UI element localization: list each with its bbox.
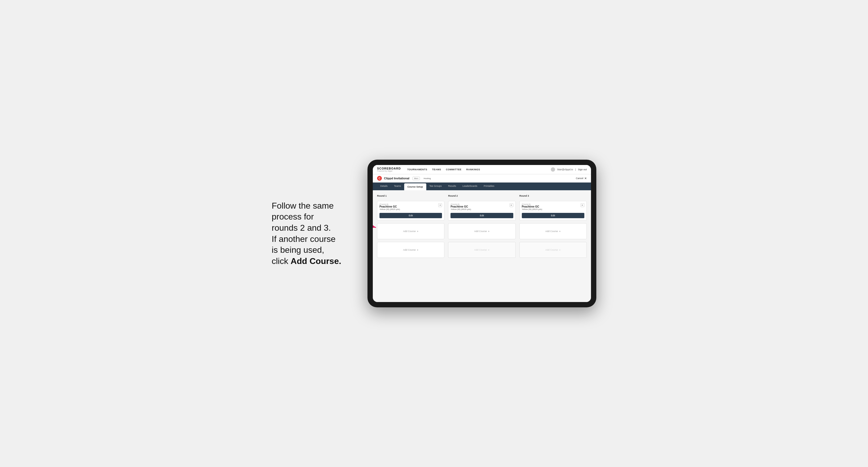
round-3-label: Round 3 <box>519 194 587 197</box>
round-3-course-details: Yellow (M) (6629 yds) <box>522 208 542 211</box>
clippd-logo: C <box>377 176 382 181</box>
round-2-course-label: (Course A) <box>451 203 471 205</box>
instruction-line5: is being used, <box>272 245 324 255</box>
logo-sub-text: Powered by clippd <box>377 170 401 172</box>
nav-separator: | <box>575 168 576 171</box>
round-3-edit-button[interactable]: Edit <box>522 213 584 218</box>
round-1-course-header: (Course A) Peachtree GC Yellow (M) (6629… <box>379 203 442 213</box>
round-3-course-label: (Course A) <box>522 203 542 205</box>
top-nav-left: SCOREBOARD Powered by clippd TOURNAMENTS… <box>377 167 480 172</box>
round-3-column: Round 3 (Course A) Peachtree GC Yellow (… <box>519 194 587 258</box>
add-course-plus-r3-2: + <box>559 248 561 251</box>
tab-results[interactable]: Results <box>445 183 459 190</box>
nav-tournaments[interactable]: TOURNAMENTS <box>407 168 427 171</box>
tab-leaderboards[interactable]: Leaderboards <box>459 183 480 190</box>
top-nav-right: blair@clippd.io | Sign out <box>551 167 587 172</box>
user-avatar <box>551 167 555 172</box>
add-course-label-r1-2: Add Course <box>403 249 416 251</box>
nav-teams[interactable]: TEAMS <box>432 168 441 171</box>
sub-nav: Details Teams Course Setup Tee Groups Re… <box>373 183 591 190</box>
round-2-course-details: Yellow (M) (6629 yds) <box>451 208 471 211</box>
round-2-column: Round 2 (Course A) Peachtree GC Yellow (… <box>448 194 516 258</box>
round-2-add-course-2: Add Course + <box>448 242 516 258</box>
main-content: Round 1 (Course A) Peachtree GC Yellow (… <box>373 190 591 302</box>
add-course-plus-r2-2: + <box>488 248 490 251</box>
round-2-course-name: Peachtree GC <box>451 205 471 208</box>
round-2-edit-button[interactable]: Edit <box>451 213 513 218</box>
tournament-name: Clippd Invitational <box>384 177 409 180</box>
cancel-label: Cancel <box>576 177 583 180</box>
round-1-edit-button[interactable]: Edit <box>379 213 442 218</box>
round-3-course-header: (Course A) Peachtree GC Yellow (M) (6629… <box>522 203 584 213</box>
tab-printables[interactable]: Printables <box>480 183 498 190</box>
round-1-label: Round 1 <box>377 194 444 197</box>
add-course-label-r2-2: Add Course <box>474 249 487 251</box>
instruction-panel: Follow the same process for rounds 2 and… <box>272 200 351 267</box>
scoreboard-logo: SCOREBOARD Powered by clippd <box>377 167 401 172</box>
nav-committee[interactable]: COMMITTEE <box>446 168 462 171</box>
instruction-line1: Follow the same <box>272 201 334 211</box>
instruction-line6-prefix: click <box>272 256 290 266</box>
tablet-frame: SCOREBOARD Powered by clippd TOURNAMENTS… <box>368 160 596 307</box>
instruction-line4: If another course <box>272 234 336 244</box>
round-3-add-course-1[interactable]: Add Course + <box>519 223 587 239</box>
tab-teams[interactable]: Teams <box>391 183 404 190</box>
tournament-header: C Clippd Invitational Men Hosting Cancel… <box>373 174 591 183</box>
round-2-label: Round 2 <box>448 194 516 197</box>
instruction-line2: process for <box>272 212 314 221</box>
add-course-plus-r1-1: + <box>417 230 418 233</box>
nav-rankings[interactable]: RANKINGS <box>466 168 480 171</box>
add-course-label-r1-1: Add Course <box>403 230 416 232</box>
top-nav-links: TOURNAMENTS TEAMS COMMITTEE RANKINGS <box>407 168 480 171</box>
cancel-x-icon: ✕ <box>584 177 587 180</box>
add-course-plus-r1-2: + <box>417 248 418 251</box>
round-3-course-name: Peachtree GC <box>522 205 542 208</box>
round-1-column: Round 1 (Course A) Peachtree GC Yellow (… <box>377 194 444 258</box>
instruction-line3: rounds 2 and 3. <box>272 223 331 232</box>
add-course-label-r2-1: Add Course <box>474 230 487 232</box>
page-wrapper: Follow the same process for rounds 2 and… <box>248 160 620 307</box>
top-nav: SCOREBOARD Powered by clippd TOURNAMENTS… <box>373 165 591 174</box>
tournament-title: C Clippd Invitational Men Hosting <box>377 176 431 181</box>
rounds-grid: Round 1 (Course A) Peachtree GC Yellow (… <box>377 194 587 258</box>
round-1-course-label: (Course A) <box>379 203 400 205</box>
round-1-course-name: Peachtree GC <box>379 205 400 208</box>
tablet-screen: SCOREBOARD Powered by clippd TOURNAMENTS… <box>373 165 591 302</box>
round-1-add-course-1[interactable]: Add Course + <box>377 223 444 239</box>
round-3-add-course-2: Add Course + <box>519 242 587 258</box>
tab-course-setup[interactable]: Course Setup <box>404 183 426 190</box>
instruction-line6-bold: Add Course. <box>290 256 341 266</box>
tab-tee-groups[interactable]: Tee Groups <box>426 183 445 190</box>
round-1-delete-icon[interactable]: ✕ <box>438 203 442 207</box>
cancel-button[interactable]: Cancel ✕ <box>576 177 587 180</box>
round-2-course-header: (Course A) Peachtree GC Yellow (M) (6629… <box>451 203 513 213</box>
round-3-delete-icon[interactable]: ✕ <box>581 203 584 207</box>
tournament-gender: Men <box>412 177 420 180</box>
round-2-delete-icon[interactable]: ✕ <box>509 203 513 207</box>
round-3-course-card: (Course A) Peachtree GC Yellow (M) (6629… <box>519 201 587 221</box>
add-course-plus-r3-1: + <box>559 230 561 233</box>
add-course-label-r3-2: Add Course <box>545 249 558 251</box>
sign-out-link[interactable]: Sign out <box>578 168 587 171</box>
round-2-course-info: (Course A) Peachtree GC Yellow (M) (6629… <box>451 203 471 213</box>
round-2-add-course-1[interactable]: Add Course + <box>448 223 516 239</box>
user-email: blair@clippd.io <box>557 168 573 171</box>
round-2-course-card: (Course A) Peachtree GC Yellow (M) (6629… <box>448 201 516 221</box>
round-1-course-card: (Course A) Peachtree GC Yellow (M) (6629… <box>377 201 444 221</box>
red-arrow <box>373 208 380 231</box>
tab-details[interactable]: Details <box>377 183 391 190</box>
hosting-label: Hosting <box>424 177 431 180</box>
round-1-course-details: Yellow (M) (6629 yds) <box>379 208 400 211</box>
round-3-course-info: (Course A) Peachtree GC Yellow (M) (6629… <box>522 203 542 213</box>
round-1-add-course-2[interactable]: Add Course + <box>377 242 444 258</box>
add-course-label-r3-1: Add Course <box>545 230 558 232</box>
logo-main-text: SCOREBOARD <box>377 167 401 170</box>
round-1-course-info: (Course A) Peachtree GC Yellow (M) (6629… <box>379 203 400 213</box>
add-course-plus-r2-1: + <box>488 230 490 233</box>
